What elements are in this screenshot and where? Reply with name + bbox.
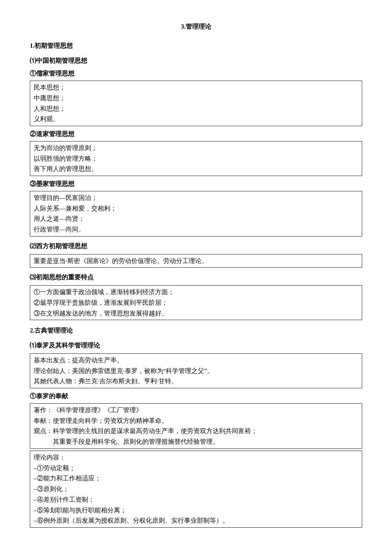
section-1-1-heading: ⑴中国初期管理思想: [30, 55, 362, 66]
text-line: –⑤筹划职能与执行职能相分离；: [34, 505, 358, 516]
text-line: 人和思想；: [34, 104, 358, 114]
section-1-1-b-heading: ②道家管理思想: [30, 129, 362, 139]
text-line: 人际关系—兼相爱，交相利；: [34, 203, 358, 214]
text-line: 管理目的—民富国治；: [34, 193, 358, 203]
text-line: –①劳动定额；: [34, 463, 358, 474]
box-taylor-intro: 基本出发点：提高劳动生产率。 理论创始人：美国的弗雷德里克·泰罗，被称为“科学管…: [30, 353, 362, 388]
text-line: –③原则化；: [34, 484, 358, 494]
box-confucian: 民本思想； 中庸思想； 人和思想； 义利观。: [30, 81, 362, 126]
text-line: 无为而治的管理原则；: [34, 143, 358, 153]
box-mohist: 管理目的—民富国治； 人际关系—兼相爱，交相利； 用人之道—尚贤； 行政管理—尚…: [30, 191, 362, 237]
text-line: 用人之道—尚贤；: [34, 214, 358, 224]
text-line: 行政管理—尚同。: [34, 224, 358, 235]
text-line: 基本出发点：提高劳动生产率。: [34, 355, 358, 366]
text-line: ②最早浮现于贵族阶级，逐渐发展到平民阶层；: [34, 298, 358, 308]
box-taoist: 无为而治的管理原则； 以弱胜强的管理方略； 善下用人的管理思想。: [30, 141, 362, 176]
text-line: 理论创始人：美国的弗雷德里克·泰罗，被称为“科学管理之父”。: [34, 366, 358, 376]
text-line: 观点：科学管理的主线目的是谋求最高劳动生产率，使劳资双方达到共同富裕；: [34, 426, 358, 436]
text-line: 其重要手段是用科学化、原则化的管理措施替代经验管理。: [34, 436, 358, 447]
box-taylor-contrib: 著作：《科学管理原理》《工厂管理》 奉献：使管理走向科学；劳资双方的精神革命。 …: [30, 403, 362, 449]
section-1-2-heading: ⑵西方初期管理思想: [30, 241, 362, 251]
section-2-heading: 2.古典管理理论: [30, 325, 362, 336]
text-line: –④差别计件工资制；: [34, 494, 358, 505]
text-line: 义利观。: [34, 114, 358, 124]
section-1-1-c-heading: ③墨家管理思想: [30, 179, 362, 189]
page-title: 3.管理理论: [30, 21, 362, 32]
text-line: 理论内容：: [34, 452, 358, 463]
box-taylor-theory: 理论内容： –①劳动定额； –②能力和工作相适应； –③原则化； –④差别计件工…: [30, 451, 362, 528]
text-line: 民本思想；: [34, 82, 358, 93]
section-1-heading: 1.初期管理思想: [30, 40, 362, 51]
text-line: ①一方面偏重于政治领域，逐渐转移到经济方面；: [34, 287, 358, 298]
text-line: 中庸思想；: [34, 93, 358, 104]
text-line: 奉献：使管理走向科学；劳资双方的精神革命。: [34, 416, 358, 426]
text-line: –②能力和工作相适应；: [34, 473, 358, 484]
text-line: –⑥例外原则（后发展为授权原则、分权化原则、实行事业部制等）。: [34, 515, 358, 526]
text-line: 善下用人的管理思想。: [34, 164, 358, 174]
text-line: 以弱胜强的管理方略；: [34, 153, 358, 164]
box-features: ①一方面偏重于政治领域，逐渐转移到经济方面； ②最早浮现于贵族阶级，逐渐发展到平…: [30, 285, 362, 320]
section-2-1-heading: ⑴泰罗及其科学管理理论: [30, 340, 362, 351]
section-2-1-a-heading: ①泰罗的奉献: [30, 391, 362, 402]
text-line: 重要是亚当·斯密《国富论》的劳动价值理论、劳动分工理论。: [34, 256, 358, 266]
text-line: 其她代表人物：弗兰克·吉尔布斯夫妇、亨利·甘特。: [34, 376, 358, 387]
text-line: ③在文明越发达的地方，管理思想发展得越好。: [34, 308, 358, 319]
section-1-1-a-heading: ①儒家管理思想: [30, 68, 362, 79]
section-1-3-heading: ⑶初期思想的重要特点: [30, 272, 362, 283]
text-line: 著作：《科学管理原理》《工厂管理》: [34, 405, 358, 416]
box-western: 重要是亚当·斯密《国富论》的劳动价值理论、劳动分工理论。: [30, 254, 362, 268]
